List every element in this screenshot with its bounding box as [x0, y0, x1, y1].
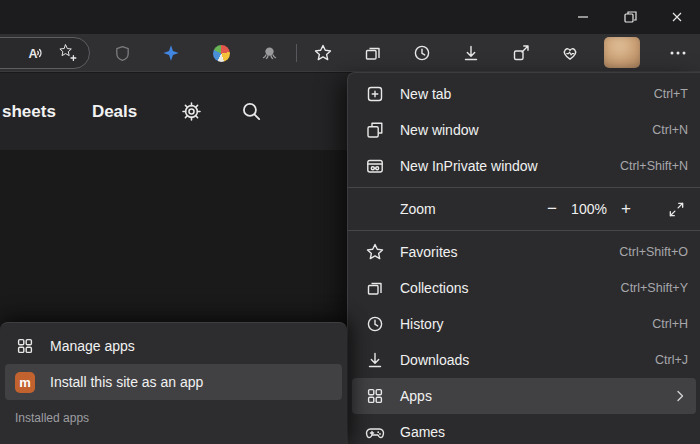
manage-apps-grid-icon [15, 336, 35, 356]
read-aloud-icon[interactable]: A [24, 41, 48, 65]
inprivate-icon [365, 156, 385, 176]
new-window-icon [365, 120, 385, 140]
toolbar-separator [296, 44, 297, 62]
svg-text:A: A [29, 47, 38, 61]
close-icon [669, 9, 685, 25]
minimize-button[interactable] [559, 0, 606, 34]
zoom-out-button[interactable]: − [538, 195, 566, 223]
menu-item-favorites[interactable]: Favorites Ctrl+Shift+O [348, 234, 700, 270]
blue-extension-icon[interactable] [159, 41, 183, 65]
menu-item-label: Games [400, 424, 445, 440]
settings-more-icon[interactable] [666, 41, 690, 65]
browser-window: A [0, 0, 700, 444]
menu-item-history[interactable]: History Ctrl+H [348, 306, 700, 342]
address-bar-end[interactable]: A [0, 37, 90, 69]
site-favicon-letter: m [15, 372, 35, 393]
site-favicon: m [15, 372, 35, 392]
submenu-item-label: Install this site as an app [50, 374, 203, 390]
menu-item-games[interactable]: Games [348, 414, 700, 444]
pie-extension-icon[interactable] [209, 41, 233, 65]
chevron-right-icon [672, 388, 688, 404]
submenu-item-label: Manage apps [50, 338, 135, 354]
menu-item-shortcut: Ctrl+J [655, 353, 688, 367]
menu-item-shortcut: Ctrl+T [654, 87, 688, 101]
settings-gear-icon[interactable] [179, 100, 203, 124]
search-icon[interactable] [239, 100, 263, 124]
zoom-value: 100% [566, 201, 612, 217]
menu-item-shortcut: Ctrl+Shift+N [620, 159, 688, 173]
downloads-arrow-icon [365, 350, 385, 370]
submenu-item-manage-apps[interactable]: Manage apps [0, 328, 347, 364]
menu-item-shortcut: Ctrl+N [652, 123, 688, 137]
settings-menu: New tab Ctrl+T New window Ctrl+N New InP… [347, 72, 700, 444]
octopus-extension-icon[interactable] [257, 41, 281, 65]
menu-item-label: Favorites [400, 244, 458, 260]
favorites-star-icon [365, 242, 385, 262]
menu-item-new-inprivate-window[interactable]: New InPrivate window Ctrl+Shift+N [348, 148, 700, 184]
menu-item-downloads[interactable]: Downloads Ctrl+J [348, 342, 700, 378]
titlebar [0, 0, 700, 34]
restore-button[interactable] [606, 0, 653, 34]
history-icon[interactable] [410, 41, 434, 65]
menu-item-label: Downloads [400, 352, 469, 368]
menu-item-shortcut: Ctrl+Shift+Y [621, 281, 688, 295]
menu-item-label: New InPrivate window [400, 158, 538, 174]
browser-essentials-icon[interactable] [558, 41, 582, 65]
games-controller-icon [365, 422, 385, 442]
browser-toolbar [0, 34, 700, 72]
collections-icon[interactable] [361, 41, 385, 65]
new-tab-icon [365, 84, 385, 104]
profile-avatar[interactable] [604, 37, 640, 68]
installed-apps-section-label: Installed apps [0, 411, 347, 425]
collections-menu-icon [365, 278, 385, 298]
zoom-controls: − 100% + [538, 195, 688, 223]
menu-item-shortcut: Ctrl+Shift+O [619, 245, 688, 259]
menu-item-new-tab[interactable]: New tab Ctrl+T [348, 76, 700, 112]
favorites-icon[interactable] [311, 41, 335, 65]
menu-item-label: New window [400, 122, 479, 138]
menu-item-collections[interactable]: Collections Ctrl+Shift+Y [348, 270, 700, 306]
menu-item-label: History [400, 316, 444, 332]
menu-divider [348, 187, 700, 188]
close-button[interactable] [653, 0, 700, 34]
menu-item-apps[interactable]: Apps [352, 378, 696, 414]
shield-extension-icon[interactable] [110, 41, 134, 65]
menu-item-label: New tab [400, 86, 451, 102]
share-icon[interactable] [509, 41, 533, 65]
pie-chart-glyph [213, 45, 230, 62]
menu-item-new-window[interactable]: New window Ctrl+N [348, 112, 700, 148]
nav-item-sheets[interactable]: sheets [2, 102, 56, 122]
menu-divider [348, 230, 700, 231]
avatar-blur [604, 37, 640, 68]
menu-item-shortcut: Ctrl+H [652, 317, 688, 331]
menu-item-label: Collections [400, 280, 468, 296]
add-to-favorites-icon[interactable] [56, 41, 80, 65]
history-clock-icon [365, 314, 385, 334]
menu-item-label: Apps [400, 388, 432, 404]
nav-item-deals[interactable]: Deals [92, 102, 137, 122]
downloads-icon[interactable] [459, 41, 483, 65]
submenu-item-install-site-as-app[interactable]: m Install this site as an app [5, 364, 342, 400]
zoom-in-button[interactable]: + [612, 195, 640, 223]
menu-item-zoom: Zoom − 100% + [348, 191, 700, 227]
apps-submenu: Manage apps m Install this site as an ap… [0, 322, 347, 444]
apps-grid-icon [365, 386, 385, 406]
fullscreen-icon[interactable] [664, 197, 688, 221]
restore-icon [622, 9, 638, 25]
minimize-icon [575, 9, 591, 25]
zoom-label: Zoom [400, 201, 436, 217]
